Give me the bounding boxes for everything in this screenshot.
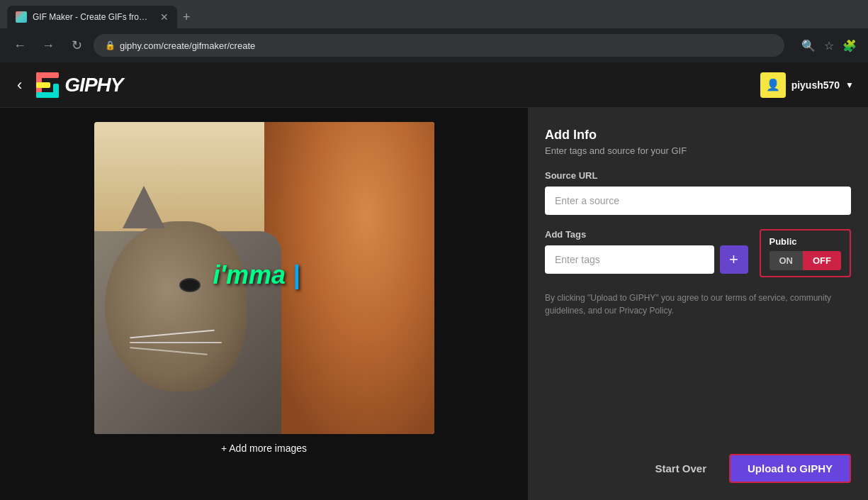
public-toggle: Public ON OFF: [760, 229, 852, 277]
gif-overlay-text: i'mma |: [213, 260, 300, 290]
url-display: giphy.com/create/gifmaker/create: [120, 40, 255, 51]
address-bar[interactable]: 🔒 giphy.com/create/gifmaker/create: [94, 34, 784, 57]
giphy-logo-icon: [36, 72, 59, 98]
tags-input[interactable]: [545, 245, 714, 274]
cat-ear: [123, 186, 165, 228]
tab-close-button[interactable]: ✕: [160, 11, 169, 23]
add-tag-button[interactable]: +: [720, 245, 748, 274]
reload-button[interactable]: ↻: [65, 34, 88, 57]
avatar-icon: 👤: [766, 78, 780, 91]
header-left: ‹ GIPHY: [14, 72, 123, 98]
tab-favicon: [16, 11, 27, 23]
right-panel: Add Info Enter tags and source for your …: [528, 108, 868, 500]
extension-icon[interactable]: 🧩: [840, 36, 859, 55]
left-panel: i'mma | + Add more images: [0, 108, 528, 500]
terms-content: By clicking "Upload to GIPHY" you agree …: [545, 293, 831, 316]
username-label: piyush570: [791, 79, 840, 91]
source-url-field: Source URL: [545, 170, 851, 215]
terms-text: By clicking "Upload to GIPHY" you agree …: [545, 291, 851, 317]
browser-chrome: GIF Maker - Create GIFs from Vid ✕ + ← →…: [0, 0, 868, 62]
svg-rect-1: [36, 72, 59, 78]
app-header: ‹ GIPHY 👤 piyush570: [0, 62, 868, 108]
source-url-input[interactable]: [545, 187, 851, 215]
active-tab[interactable]: GIF Maker - Create GIFs from Vid ✕: [7, 6, 177, 28]
section-subtitle: Enter tags and source for your GIF: [545, 145, 851, 156]
action-row: Start Over Upload to GIPHY: [545, 433, 851, 483]
app-back-button[interactable]: ‹: [14, 73, 25, 97]
app-area: ‹ GIPHY 👤 piyush570: [0, 62, 868, 500]
add-tags-label: Add Tags: [545, 229, 748, 240]
source-url-label: Source URL: [545, 170, 851, 181]
public-label: Public: [770, 236, 797, 247]
add-more-label: + Add more images: [221, 443, 307, 454]
tab-bar: GIF Maker - Create GIFs from Vid ✕ +: [0, 0, 868, 28]
section-title: Add Info: [545, 128, 851, 143]
main-content: i'mma | + Add more images Add Info Enter…: [0, 108, 868, 500]
tags-input-row: +: [545, 245, 748, 274]
svg-rect-3: [53, 84, 59, 98]
giphy-logo-text: GIPHY: [64, 74, 123, 96]
forward-button[interactable]: →: [37, 34, 60, 57]
add-info-section: Add Info Enter tags and source for your …: [545, 125, 851, 331]
lock-icon: 🔒: [105, 40, 115, 50]
search-icon[interactable]: 🔍: [799, 36, 818, 55]
tags-field: Add Tags +: [545, 229, 748, 274]
whisker-2: [130, 342, 222, 343]
bookmark-icon[interactable]: ☆: [821, 36, 837, 55]
giphy-logo: GIPHY: [36, 72, 123, 98]
text-cursor: |: [293, 260, 300, 289]
add-more-images-button[interactable]: + Add more images: [221, 443, 307, 454]
start-over-button[interactable]: Start Over: [643, 455, 718, 482]
header-right: 👤 piyush570 ▼: [760, 72, 854, 98]
svg-rect-4: [36, 82, 50, 88]
toggle-on-button[interactable]: ON: [770, 251, 804, 270]
browser-action-icons: 🔍 ☆ 🧩: [799, 36, 859, 55]
toggle-buttons: ON OFF: [770, 251, 842, 270]
toggle-off-button[interactable]: OFF: [803, 251, 841, 270]
cat-eye: [179, 278, 201, 292]
user-dropdown-arrow[interactable]: ▼: [845, 80, 854, 90]
tab-title: GIF Maker - Create GIFs from Vid: [33, 12, 154, 22]
tags-and-public-row: Add Tags + Public ON OFF: [545, 229, 851, 277]
gif-text-content: i'mma: [213, 260, 286, 289]
user-avatar: 👤: [760, 72, 786, 98]
new-tab-button[interactable]: +: [177, 7, 196, 28]
cat-face: [105, 221, 247, 391]
gif-preview: i'mma |: [94, 122, 434, 434]
upload-to-giphy-button[interactable]: Upload to GIPHY: [729, 454, 851, 483]
address-bar-row: ← → ↻ 🔒 giphy.com/create/gifmaker/create…: [0, 28, 868, 62]
back-button[interactable]: ←: [9, 34, 31, 57]
